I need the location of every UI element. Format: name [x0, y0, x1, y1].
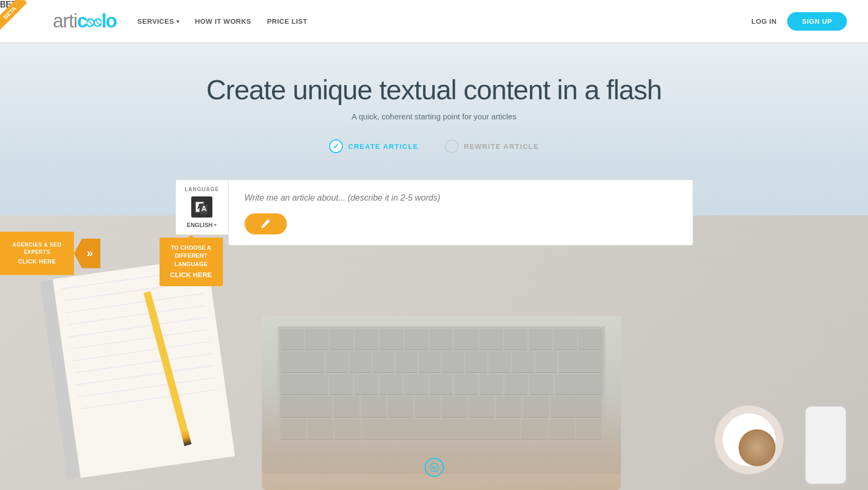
key-row-5	[280, 419, 602, 440]
key	[280, 351, 324, 372]
rewrite-article-option[interactable]: REWRITE ARTICLE	[445, 139, 539, 153]
key	[454, 374, 478, 395]
key	[554, 329, 577, 350]
key	[496, 396, 522, 417]
key	[335, 419, 361, 440]
key	[430, 329, 453, 350]
tooltip-click-here-label[interactable]: CLICK HERE	[168, 270, 214, 280]
line-6	[71, 329, 210, 349]
language-panel: LANGUAGE A A ENGLISH ▾	[175, 180, 228, 235]
language-tooltip: TO CHOOSE A DIFFERENT LANGUAGE CLICK HER…	[160, 238, 223, 286]
key	[333, 396, 359, 417]
key	[354, 374, 378, 395]
key	[307, 419, 334, 440]
svg-line-2	[88, 20, 92, 25]
key	[504, 329, 528, 350]
key	[415, 396, 441, 417]
key	[280, 396, 332, 417]
key	[535, 351, 557, 372]
scene-background	[0, 215, 868, 490]
key	[379, 374, 403, 395]
language-icon: A A	[191, 196, 212, 218]
nav-services[interactable]: SERVICES ▾	[137, 17, 179, 25]
nav-price-list[interactable]: PRICE LIST	[267, 17, 307, 25]
line-4	[67, 305, 206, 325]
key-row-3	[280, 374, 602, 395]
hero-subtitle: A quick, coherent starting point for you…	[0, 112, 868, 121]
login-button[interactable]: LOG IN	[751, 17, 777, 25]
key	[349, 351, 371, 372]
key	[280, 374, 328, 395]
key	[479, 329, 503, 350]
hero-content: Create unique textual content in a flash…	[0, 42, 868, 246]
scroll-down-button[interactable]	[425, 458, 444, 477]
key	[529, 329, 553, 350]
services-dropdown-arrow: ▾	[176, 18, 180, 24]
phone-prop	[805, 406, 847, 485]
main-nav: SERVICES ▾ HOW IT WORKS PRICE LIST	[137, 17, 751, 25]
submit-article-button[interactable]	[245, 213, 287, 234]
language-dropdown-arrow: ▾	[214, 222, 217, 228]
key	[305, 329, 329, 350]
key	[404, 329, 428, 350]
rewrite-article-radio[interactable]	[445, 139, 459, 153]
double-chevron-icon: »	[87, 247, 93, 260]
key	[387, 396, 413, 417]
nav-how-it-works[interactable]: HOW IT WORKS	[195, 17, 251, 25]
key	[360, 396, 386, 417]
article-input-card	[228, 180, 693, 246]
header: BETA artic lo SERVICES ▾ HOW IT WORKS PR…	[0, 0, 868, 42]
key	[505, 374, 528, 395]
rewrite-article-label: REWRITE ARTICLE	[464, 143, 539, 150]
key	[442, 396, 468, 417]
key	[558, 351, 602, 372]
key	[488, 351, 510, 372]
agencies-arrow-icon[interactable]: »	[74, 239, 100, 268]
keyboard-area	[277, 326, 605, 442]
key	[576, 419, 602, 440]
key	[554, 374, 602, 395]
key	[372, 351, 394, 372]
key-row-4	[280, 396, 602, 417]
header-auth: LOG IN SIGN UP	[751, 12, 847, 31]
create-article-option[interactable]: CREATE ARTICLE	[329, 139, 418, 153]
svg-line-3	[96, 20, 100, 25]
agencies-label[interactable]: AGENCIES & SEO EXPERTS CLICK HERE	[0, 232, 74, 275]
key	[511, 351, 534, 372]
language-panel-label: LANGUAGE	[184, 186, 219, 192]
agencies-button[interactable]: AGENCIES & SEO EXPERTS CLICK HERE »	[0, 232, 100, 275]
key	[280, 329, 304, 350]
key	[454, 329, 478, 350]
line-9	[76, 365, 214, 385]
key	[418, 351, 441, 372]
key	[479, 374, 503, 395]
line-10	[77, 377, 216, 397]
input-section: LANGUAGE A A ENGLISH ▾	[175, 180, 693, 246]
key	[521, 419, 548, 440]
laptop-base	[262, 316, 621, 474]
create-article-radio[interactable]	[329, 139, 343, 153]
key	[280, 419, 306, 440]
key	[465, 351, 487, 372]
logo[interactable]: artic lo	[53, 10, 116, 32]
key	[354, 329, 378, 350]
language-selector[interactable]: ENGLISH ▾	[187, 222, 217, 228]
key	[395, 351, 417, 372]
hero-section: AGENCIES & SEO EXPERTS CLICK HERE » Crea…	[0, 42, 868, 490]
key	[529, 374, 553, 395]
key	[469, 396, 494, 417]
key	[379, 329, 403, 350]
key	[404, 374, 428, 395]
line-8	[74, 353, 213, 373]
article-topic-input[interactable]	[245, 193, 677, 203]
line-5	[69, 317, 208, 337]
coffee-cup-prop	[715, 406, 783, 474]
signup-button[interactable]: SIGN UP	[787, 12, 847, 31]
key-row-2	[280, 351, 602, 372]
key	[429, 374, 453, 395]
article-mode-options: CREATE ARTICLE REWRITE ARTICLE	[0, 139, 868, 153]
logo-oo: c lo	[77, 10, 116, 32]
create-article-label: CREATE ARTICLE	[348, 143, 418, 150]
svg-text:A: A	[201, 204, 207, 213]
key	[329, 374, 353, 395]
